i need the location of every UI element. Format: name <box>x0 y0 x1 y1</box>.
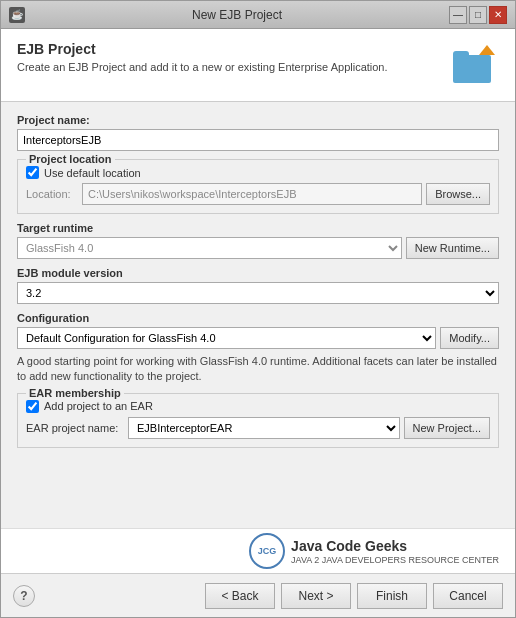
brand-subtext: JAVA 2 JAVA DEVELOPERS RESOURCE CENTER <box>291 555 499 566</box>
project-name-input[interactable] <box>17 129 499 151</box>
configuration-select[interactable]: Default Configuration for GlassFish 4.0 <box>17 327 436 349</box>
location-label: Location: <box>26 188 78 200</box>
target-runtime-label: Target runtime <box>17 222 499 234</box>
location-row: Location: Browse... <box>26 183 490 205</box>
next-button[interactable]: Next > <box>281 583 351 609</box>
ear-project-select[interactable]: EJBInterceptorEAR <box>128 417 400 439</box>
page-title: EJB Project <box>17 41 388 57</box>
header-section: EJB Project Create an EJB Project and ad… <box>1 29 515 102</box>
close-button[interactable]: ✕ <box>489 6 507 24</box>
title-bar: ☕ New EJB Project — □ ✕ <box>1 1 515 29</box>
main-form: Project name: Project location Use defau… <box>1 102 515 528</box>
watermark-section: JCG Java Code Geeks JAVA 2 JAVA DEVELOPE… <box>1 528 515 573</box>
watermark-text-block: Java Code Geeks JAVA 2 JAVA DEVELOPERS R… <box>291 537 499 566</box>
ejb-module-select[interactable]: 3.2 <box>17 282 499 304</box>
maximize-button[interactable]: □ <box>469 6 487 24</box>
ejb-module-row: EJB module version 3.2 <box>17 267 499 304</box>
project-location-title: Project location <box>26 153 115 165</box>
location-input[interactable] <box>82 183 422 205</box>
ear-membership-title: EAR membership <box>26 387 124 399</box>
configuration-label: Configuration <box>17 312 499 324</box>
ear-project-label: EAR project name: <box>26 422 124 434</box>
new-project-button[interactable]: New Project... <box>404 417 490 439</box>
svg-rect-1 <box>453 51 469 59</box>
default-location-row: Use default location <box>26 166 490 179</box>
new-runtime-button[interactable]: New Runtime... <box>406 237 499 259</box>
runtime-select[interactable]: GlassFish 4.0 <box>17 237 402 259</box>
configuration-row: Configuration Default Configuration for … <box>17 312 499 385</box>
watermark-logo: JCG Java Code Geeks JAVA 2 JAVA DEVELOPE… <box>249 533 499 569</box>
jcg-badge: JCG <box>249 533 285 569</box>
project-name-row: Project name: <box>17 114 499 151</box>
finish-button[interactable]: Finish <box>357 583 427 609</box>
app-icon: ☕ <box>9 7 25 23</box>
configuration-description: A good starting point for working with G… <box>17 354 499 385</box>
project-name-label: Project name: <box>17 114 499 126</box>
target-runtime-row: Target runtime GlassFish 4.0 New Runtime… <box>17 222 499 259</box>
dialog-content: EJB Project Create an EJB Project and ad… <box>1 29 515 573</box>
header-text: EJB Project Create an EJB Project and ad… <box>17 41 388 73</box>
help-button[interactable]: ? <box>13 585 35 607</box>
page-description: Create an EJB Project and add it to a ne… <box>17 61 388 73</box>
ear-project-row: EAR project name: EJBInterceptorEAR New … <box>26 417 490 439</box>
folder-icon <box>451 41 499 89</box>
svg-marker-2 <box>479 45 495 55</box>
add-ear-label: Add project to an EAR <box>44 400 153 412</box>
cancel-button[interactable]: Cancel <box>433 583 503 609</box>
footer-left: ? <box>13 585 199 607</box>
svg-rect-0 <box>453 55 491 83</box>
config-select-row: Default Configuration for GlassFish 4.0 … <box>17 327 499 349</box>
modify-button[interactable]: Modify... <box>440 327 499 349</box>
minimize-button[interactable]: — <box>449 6 467 24</box>
window-controls: — □ ✕ <box>449 6 507 24</box>
back-button[interactable]: < Back <box>205 583 275 609</box>
header-icon <box>451 41 499 89</box>
ear-membership-group: EAR membership Add project to an EAR EAR… <box>17 393 499 448</box>
browse-button[interactable]: Browse... <box>426 183 490 205</box>
dialog-footer: ? < Back Next > Finish Cancel <box>1 573 515 617</box>
window-title: New EJB Project <box>25 8 449 22</box>
brand-text: Java Code Geeks <box>291 537 499 555</box>
add-ear-checkbox[interactable] <box>26 400 39 413</box>
add-ear-row: Add project to an EAR <box>26 400 490 413</box>
runtime-select-row: GlassFish 4.0 New Runtime... <box>17 237 499 259</box>
default-location-checkbox[interactable] <box>26 166 39 179</box>
default-location-label: Use default location <box>44 167 141 179</box>
main-window: ☕ New EJB Project — □ ✕ EJB Project Crea… <box>0 0 516 618</box>
ejb-module-label: EJB module version <box>17 267 499 279</box>
project-location-group: Project location Use default location Lo… <box>17 159 499 214</box>
